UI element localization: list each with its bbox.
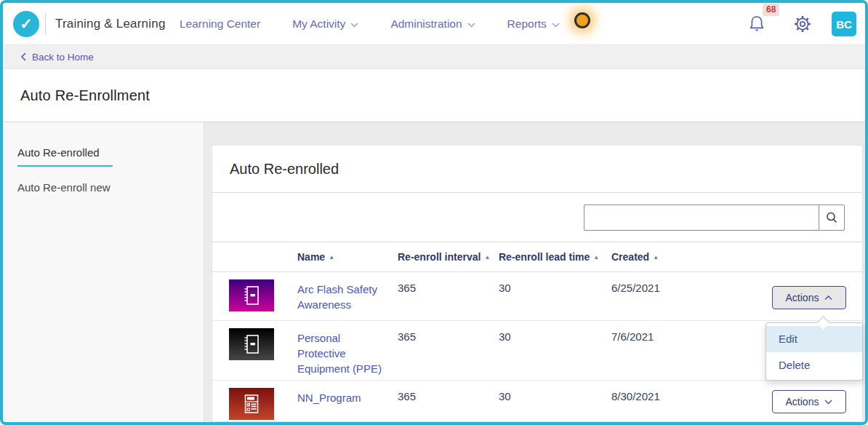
table-row: Personal Protective Equipment (PPE) 365 … — [212, 321, 862, 381]
nav-label: My Activity — [292, 17, 345, 31]
course-icon-cell — [229, 272, 297, 320]
course-thumbnail[interactable] — [229, 279, 274, 311]
nav-item-reports[interactable]: Reports — [507, 17, 560, 31]
chevron-down-icon — [552, 23, 560, 28]
course-icon-cell — [229, 321, 297, 380]
column-header-interval[interactable]: Re-enroll interval ▲ — [398, 251, 499, 263]
chevron-down-icon — [350, 23, 358, 28]
back-to-home-link[interactable]: Back to Home — [20, 52, 94, 63]
menu-item-delete[interactable]: Delete — [766, 352, 862, 378]
table-row: Arc Flash Safety Awareness 365 30 6/25/2… — [212, 272, 862, 321]
chevron-left-icon — [20, 52, 26, 61]
settings-button[interactable] — [792, 14, 813, 34]
primary-nav: Learning Center My Activity Administrati… — [180, 3, 560, 45]
search-input[interactable] — [584, 204, 819, 231]
bell-icon — [747, 14, 766, 34]
lead-time-cell: 30 — [499, 272, 611, 320]
lead-time-cell: 30 — [499, 381, 611, 422]
top-navigation: ✓ Training & Learning Learning Center My… — [3, 3, 865, 45]
created-cell: 7/6/2021 — [611, 321, 772, 380]
nav-label: Administration — [390, 17, 462, 31]
nav-right-cluster: 68 BC — [747, 3, 856, 45]
sort-ascending-icon: ▲ — [593, 254, 599, 261]
sort-ascending-icon: ▲ — [653, 254, 659, 261]
interval-cell: 365 — [398, 272, 499, 320]
table-header-row: Name ▲ Re-enroll interval ▲ Re-enroll le… — [212, 242, 862, 272]
column-label: Re-enroll lead time — [499, 251, 590, 263]
page-header: Auto Re-Enrollment — [3, 69, 865, 122]
course-thumbnail[interactable] — [229, 328, 274, 360]
lead-time-cell: 30 — [499, 321, 611, 380]
user-avatar[interactable]: BC — [832, 12, 856, 36]
course-name-cell: Arc Flash Safety Awareness — [297, 272, 398, 320]
active-tab-underline — [17, 165, 113, 167]
actions-cell: Actions — [772, 381, 862, 422]
interval-cell: 365 — [398, 321, 499, 380]
back-link-label: Back to Home — [32, 52, 94, 63]
search-icon — [825, 211, 838, 224]
actions-button-open[interactable]: Actions — [772, 286, 846, 309]
nav-label: Reports — [507, 17, 547, 31]
column-header-lead-time[interactable]: Re-enroll lead time ▲ — [499, 251, 611, 263]
search-button[interactable] — [819, 204, 845, 231]
actions-label: Actions — [786, 292, 819, 303]
breadcrumb-bar: Back to Home — [3, 45, 865, 69]
content-area: Auto Re-enrolled Auto Re-enroll new Auto… — [3, 122, 865, 422]
brand-separator — [45, 13, 46, 35]
actions-label: Actions — [786, 396, 819, 408]
program-document-icon — [242, 393, 261, 415]
course-name-cell: Personal Protective Equipment (PPE) — [297, 321, 398, 380]
course-link[interactable]: Personal Protective Equipment (PPE) — [297, 330, 387, 376]
course-link[interactable]: Arc Flash Safety Awareness — [297, 282, 387, 312]
column-label: Re-enroll interval — [398, 251, 481, 263]
chevron-down-icon — [824, 400, 832, 405]
gear-icon — [792, 14, 813, 34]
actions-dropdown-menu: Edit Delete — [765, 322, 863, 381]
menu-item-edit[interactable]: Edit — [766, 326, 862, 352]
notification-count-badge: 68 — [763, 4, 779, 16]
course-icon-cell — [229, 381, 297, 422]
created-cell: 8/30/2021 — [611, 381, 772, 422]
card-title: Auto Re-enrolled — [230, 161, 339, 178]
app-logo-checkmark-icon[interactable]: ✓ — [13, 11, 39, 37]
column-header-created[interactable]: Created ▲ — [611, 251, 772, 263]
sidebar-item-auto-re-enrolled[interactable]: Auto Re-enrolled — [17, 146, 204, 159]
app-window: ✓ Training & Learning Learning Center My… — [0, 0, 868, 425]
chevron-down-icon — [467, 23, 475, 28]
notifications-button[interactable]: 68 — [747, 14, 766, 34]
nav-item-administration[interactable]: Administration — [390, 17, 475, 31]
main-panel: Auto Re-enrolled — [204, 122, 865, 422]
sidebar-item-auto-re-enroll-new[interactable]: Auto Re-enroll new — [17, 181, 204, 194]
sort-ascending-icon: ▲ — [329, 254, 334, 261]
table-row: NN_Program 365 30 8/30/2021 Actions — [212, 381, 862, 422]
nav-item-learning-center[interactable]: Learning Center — [180, 17, 260, 31]
brand-title: Training & Learning — [55, 17, 166, 31]
column-label: Name — [297, 251, 325, 263]
auto-re-enrolled-card: Auto Re-enrolled — [212, 145, 863, 422]
page-title: Auto Re-Enrollment — [20, 87, 150, 104]
actions-cell: Actions — [772, 272, 862, 320]
created-cell: 6/25/2021 — [611, 272, 772, 320]
column-header-name[interactable]: Name ▲ — [297, 251, 398, 263]
chevron-up-icon — [824, 295, 832, 301]
course-name-cell: NN_Program — [297, 381, 398, 422]
nav-label: Learning Center — [180, 17, 260, 31]
course-book-icon — [242, 285, 261, 306]
course-book-icon — [242, 333, 261, 355]
nav-item-my-activity[interactable]: My Activity — [292, 17, 358, 31]
column-label: Created — [611, 251, 649, 263]
search-row — [212, 193, 862, 242]
search-group — [584, 204, 845, 231]
interval-cell: 365 — [398, 381, 499, 422]
actions-button[interactable]: Actions — [772, 390, 846, 413]
sidebar: Auto Re-enrolled Auto Re-enroll new — [3, 122, 204, 422]
sort-ascending-icon: ▲ — [484, 254, 490, 261]
course-link[interactable]: NN_Program — [297, 390, 361, 405]
click-indicator-dot — [574, 12, 590, 28]
card-heading-row: Auto Re-enrolled — [212, 146, 862, 193]
course-thumbnail[interactable] — [229, 388, 274, 420]
